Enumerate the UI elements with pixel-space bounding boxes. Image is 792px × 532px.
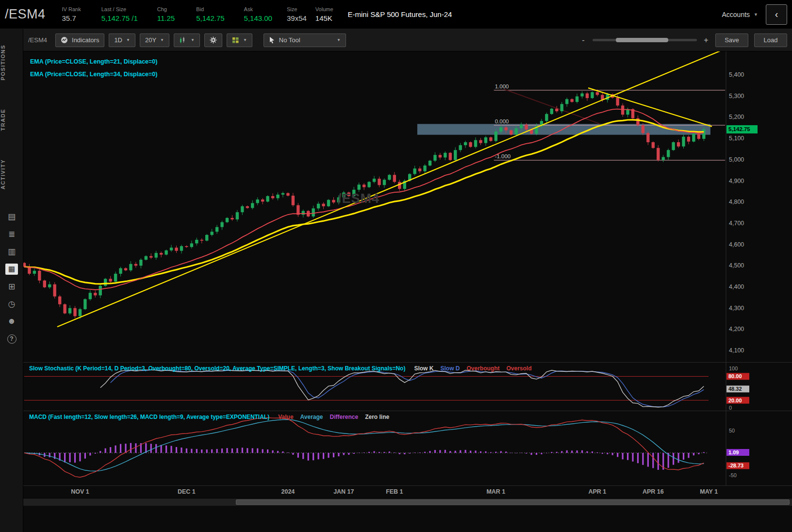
load-label: Load	[764, 36, 778, 44]
sidebar-tab-positions[interactable]: POSITIONS	[0, 45, 23, 80]
svg-text:5,300: 5,300	[729, 93, 744, 100]
field-value: 35.7	[62, 14, 76, 22]
svg-text:4,500: 4,500	[729, 262, 744, 269]
field-label: Bid	[196, 6, 204, 12]
svg-text:4,300: 4,300	[729, 305, 744, 312]
pattern-grid-icon	[232, 37, 239, 44]
field-value: 5,142.75 /1	[101, 14, 138, 22]
time-axis-label: 2024	[268, 488, 307, 495]
stochastic-panel: 100080.0048.3220.00 Slow Stochastic (K P…	[23, 362, 792, 411]
field-value: 145K	[315, 14, 332, 22]
trendline	[57, 51, 722, 327]
help-icon[interactable]: ?	[0, 330, 23, 348]
quote-header: /ESM4 IV Rank 35.7 Last / Size 5,142.75 …	[0, 0, 792, 29]
accounts-label: Accounts	[722, 11, 750, 18]
chevron-down-icon: ▼	[126, 38, 130, 42]
time-axis-label: MAR 1	[477, 488, 515, 495]
time-axis-label: MAY 1	[690, 488, 728, 495]
field-chg: Chg 11.25	[157, 6, 175, 22]
orders-icon[interactable]: ▥	[0, 243, 23, 260]
horizontal-scrollbar[interactable]	[23, 498, 792, 506]
field-volume: Volume 145K	[315, 6, 333, 22]
chevron-down-icon: ▼	[191, 38, 195, 42]
svg-text:20.00: 20.00	[728, 398, 742, 403]
svg-text:-28.73: -28.73	[728, 463, 743, 468]
sidebar-tab-trade[interactable]: TRADE	[0, 109, 23, 131]
slow-d-line	[111, 370, 704, 407]
svg-text:4,900: 4,900	[729, 178, 744, 184]
field-ask: Ask 5,143.00	[244, 6, 272, 22]
time-axis-label: NOV 1	[61, 488, 99, 495]
svg-text:0.000: 0.000	[495, 118, 509, 124]
list-icon[interactable]: ≣	[0, 225, 23, 243]
toolbar-symbol-label: /ESM4	[28, 36, 47, 44]
indicators-button[interactable]: Indicators	[55, 33, 104, 47]
main-price-chart[interactable]: 1.0000.000-1.0005,4005,3005,2005,1005,00…	[23, 51, 792, 362]
tool-label: No Tool	[279, 36, 300, 44]
zoom-slider-handle[interactable]	[616, 38, 668, 42]
svg-text:5,400: 5,400	[729, 71, 744, 78]
field-value: 11.25	[157, 14, 175, 22]
svg-text:-50: -50	[729, 472, 737, 478]
field-last-size: Last / Size 5,142.75 /1	[101, 6, 138, 22]
monitor-icon[interactable]: ▤	[0, 208, 23, 225]
sidebar-tab-activity[interactable]: ACTIVITY	[0, 159, 23, 189]
svg-text:1.000: 1.000	[495, 83, 509, 89]
svg-text:4,800: 4,800	[729, 199, 744, 205]
svg-text:4,100: 4,100	[729, 347, 744, 354]
load-button[interactable]: Load	[754, 33, 787, 47]
svg-text:50: 50	[729, 428, 735, 433]
time-axis-label: APR 1	[578, 488, 617, 495]
field-label: IV Rank	[62, 6, 81, 12]
chevron-down-icon: ▼	[243, 38, 247, 42]
zoom-in-button[interactable]: +	[703, 36, 710, 45]
chart-region: 1.0000.000-1.0005,4005,3005,2005,1005,00…	[23, 51, 792, 506]
indicators-icon	[61, 36, 68, 44]
support-zone	[417, 124, 710, 134]
timeframe-value: 1D	[114, 36, 122, 44]
chevron-down-icon: ▼	[337, 38, 341, 42]
field-label: Chg	[157, 6, 167, 12]
macd-chart[interactable]: 50-501.09-28.73	[23, 411, 792, 486]
field-size: Size 39x54	[287, 6, 307, 22]
chevron-down-icon: ▼	[754, 12, 758, 17]
svg-text:100: 100	[729, 366, 738, 371]
time-axis-label: APR 16	[634, 488, 673, 495]
grid-icon[interactable]: ⊞	[0, 278, 23, 295]
gear-icon	[210, 36, 217, 44]
drawing-tool-dropdown[interactable]: No Tool ▼	[264, 33, 346, 47]
trading-platform: /ESM4 IV Rank 35.7 Last / Size 5,142.75 …	[0, 0, 792, 532]
chart-type-dropdown[interactable]: ▼	[174, 33, 200, 47]
clock-icon[interactable]: ◷	[0, 295, 23, 313]
stochastic-chart[interactable]: 100080.0048.3220.00	[23, 363, 792, 411]
chart-toolbar: /ESM4 Indicators 1D ▼ 20Y ▼ ▼	[23, 29, 792, 51]
save-button[interactable]: Save	[715, 33, 748, 47]
timeframe-dropdown[interactable]: 1D ▼	[109, 33, 135, 47]
field-label: Ask	[244, 6, 253, 12]
pattern-dropdown[interactable]: ▼	[227, 33, 252, 47]
svg-text:5,200: 5,200	[729, 114, 744, 120]
svg-text:4,700: 4,700	[729, 220, 744, 227]
chart-workspace: /ESM4 Indicators 1D ▼ 20Y ▼ ▼	[23, 29, 792, 532]
time-axis: NOV 1DEC 12024JAN 17FEB 1MAR 1APR 1APR 1…	[23, 485, 792, 498]
svg-text:5,100: 5,100	[729, 135, 744, 142]
range-value: 20Y	[145, 36, 156, 44]
time-axis-label: DEC 1	[167, 488, 206, 495]
scrollbar-handle[interactable]	[236, 499, 790, 505]
field-value: 5,142.75	[196, 14, 224, 22]
field-value: 5,143.00	[244, 14, 272, 22]
zoom-out-button[interactable]: -	[580, 36, 587, 45]
zoom-slider[interactable]	[593, 39, 697, 41]
chart-icon[interactable]: ▦	[0, 260, 23, 278]
users-icon[interactable]: ☻	[0, 313, 23, 330]
svg-text:5,142.75: 5,142.75	[728, 126, 750, 132]
price-panel: 1.0000.000-1.0005,4005,3005,2005,1005,00…	[23, 51, 792, 362]
save-label: Save	[725, 36, 739, 44]
svg-text:5,000: 5,000	[729, 156, 744, 163]
range-dropdown[interactable]: 20Y ▼	[140, 33, 169, 47]
field-iv-rank: IV Rank 35.7	[62, 6, 81, 22]
field-label: Last / Size	[101, 6, 126, 12]
collapse-panel-button[interactable]: ‹	[766, 4, 787, 25]
accounts-dropdown[interactable]: Accounts ▼	[722, 11, 758, 18]
chart-settings-button[interactable]	[204, 33, 222, 47]
